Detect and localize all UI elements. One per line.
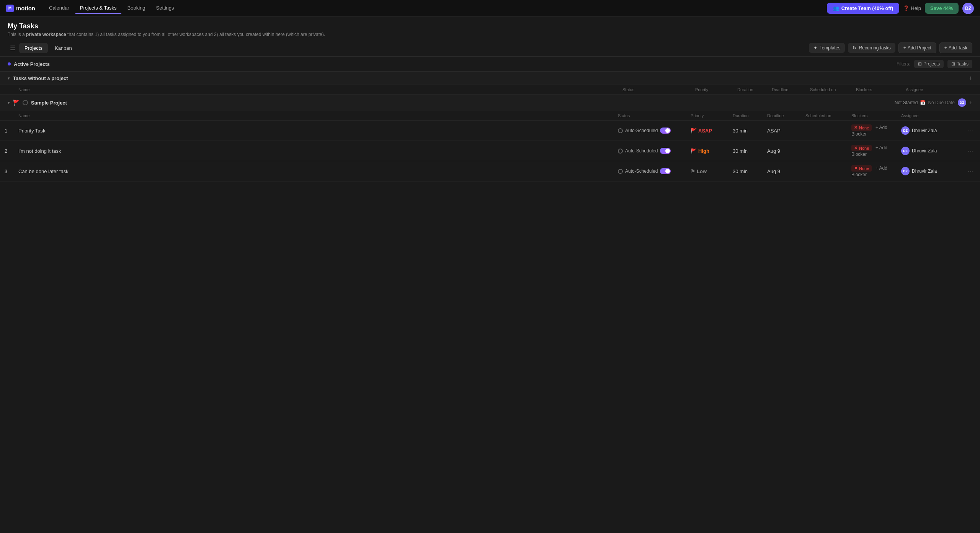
my-tasks-subtitle: This is a private workspace that contain… <box>8 32 972 37</box>
task-name[interactable]: Can be done later task <box>14 161 613 181</box>
task-assignee: DZ Dhruvir Zala <box>897 121 962 141</box>
table-row[interactable]: 2 I'm not doing it task Auto-Scheduled 🚩… <box>0 141 980 161</box>
task-more-cell: ⋯ <box>962 121 980 141</box>
filters-area: Filters: ⊞ Projects ⊞ Tasks <box>897 60 972 68</box>
filter-tasks-button[interactable]: ⊞ Tasks <box>947 60 972 68</box>
col-header-blockers: Blockers <box>851 85 901 95</box>
task-status[interactable]: Auto-Scheduled <box>613 161 686 181</box>
nav-item-calendar[interactable]: Calendar <box>44 3 74 14</box>
project-add-button[interactable]: + <box>969 100 972 106</box>
project-flag-icon: 🚩 <box>13 100 20 106</box>
nav-item-projects-tasks[interactable]: Projects & Tasks <box>75 3 121 14</box>
priority-flag-icon: ⚑ <box>691 168 695 174</box>
task-status[interactable]: Auto-Scheduled <box>613 141 686 161</box>
col-header-deadline: Deadline <box>767 85 805 95</box>
recurring-tasks-button[interactable]: ↻ Recurring tasks <box>848 43 895 53</box>
not-started-label: Not Started <box>895 100 918 105</box>
table-row[interactable]: 3 Can be done later task Auto-Scheduled … <box>0 161 980 181</box>
status-circle-icon <box>618 149 623 154</box>
priority-flag-icon: 🚩 <box>691 148 697 154</box>
filters-label: Filters: <box>897 61 910 67</box>
none-x-icon: ✕ <box>854 166 858 171</box>
filter-projects-label: Projects <box>923 61 940 67</box>
nav-item-booking[interactable]: Booking <box>123 3 150 14</box>
add-task-button[interactable]: + Add Task <box>939 43 972 53</box>
assignee-avatar: DZ <box>901 167 910 175</box>
calendar-icon: 📅 <box>920 100 926 105</box>
task-priority[interactable]: 🚩 ASAP <box>686 121 728 141</box>
sample-project-title: Sample Project <box>31 100 67 106</box>
logo[interactable]: M motion <box>6 5 35 12</box>
sidebar-toggle-button[interactable]: ☰ <box>8 43 18 53</box>
tab-projects[interactable]: Projects <box>19 43 48 53</box>
toolbar-left: ☰ Projects Kanban <box>8 43 77 53</box>
sp-col-header-blockers: Blockers <box>847 111 897 121</box>
task-status[interactable]: Auto-Scheduled <box>613 121 686 141</box>
status-toggle[interactable] <box>660 128 671 134</box>
tasks-without-project-group[interactable]: ▾ Tasks without a project + <box>0 72 980 85</box>
subtitle-em: private workspace <box>26 32 66 37</box>
help-button[interactable]: ❓ Help <box>903 5 921 11</box>
nav-item-settings[interactable]: Settings <box>152 3 179 14</box>
task-more-button[interactable]: ⋯ <box>966 126 975 135</box>
task-blockers[interactable]: ✕ None + Add Blocker <box>847 121 897 141</box>
plus-icon-2: + <box>944 45 947 51</box>
col-header-num <box>0 85 14 95</box>
task-name[interactable]: I'm not doing it task <box>14 141 613 161</box>
sp-col-header-name: Name <box>14 111 613 121</box>
sample-project-row[interactable]: ▾ 🚩 Sample Project Not Started 📅 No Due … <box>0 95 980 111</box>
toolbar: ☰ Projects Kanban ✦ Templates ↻ Recurrin… <box>0 39 980 57</box>
assignee-name: Dhruvir Zala <box>912 128 937 133</box>
filter-tasks-label: Tasks <box>957 61 969 67</box>
save-button[interactable]: Save 44% <box>925 3 959 14</box>
none-badge: ✕ None <box>851 165 872 172</box>
status-toggle[interactable] <box>660 168 671 174</box>
star-icon: ✦ <box>813 45 817 51</box>
logo-icon: M <box>6 5 14 12</box>
none-badge: ✕ None <box>851 145 872 151</box>
grid-icon: ⊞ <box>918 61 922 67</box>
main-content: ▾ Tasks without a project + Name Status … <box>0 72 980 189</box>
task-priority[interactable]: 🚩 High <box>686 141 728 161</box>
task-more-button[interactable]: ⋯ <box>966 147 975 155</box>
task-duration: 30 min <box>728 141 763 161</box>
task-duration: 30 min <box>728 121 763 141</box>
top-navigation: M motion Calendar Projects & Tasks Booki… <box>0 0 980 17</box>
tasks-without-project-title: Tasks without a project <box>13 75 68 81</box>
task-name[interactable]: Priority Task <box>14 121 613 141</box>
templates-button[interactable]: ✦ Templates <box>809 43 845 53</box>
recurring-icon: ↻ <box>853 45 856 51</box>
table-row[interactable]: 1 Priority Task Auto-Scheduled 🚩 ASAP 30… <box>0 121 980 141</box>
filter-projects-button[interactable]: ⊞ Projects <box>914 60 944 68</box>
help-label: Help <box>911 5 921 11</box>
task-more-button[interactable]: ⋯ <box>966 167 975 176</box>
priority-text: ASAP <box>698 128 712 134</box>
task-assignee: DZ Dhruvir Zala <box>897 161 962 181</box>
plus-icon: + <box>903 45 906 51</box>
sp-col-header-duration: Duration <box>728 111 763 121</box>
tab-kanban[interactable]: Kanban <box>49 43 77 53</box>
col-header-priority: Priority <box>691 85 733 95</box>
status-toggle[interactable] <box>660 148 671 154</box>
group-add-button[interactable]: + <box>969 75 972 82</box>
priority-flag-icon: 🚩 <box>691 128 697 134</box>
sample-project-chevron-icon: ▾ <box>8 100 10 105</box>
task-scheduled <box>801 161 847 181</box>
task-priority[interactable]: ⚑ Low <box>686 161 728 181</box>
none-badge: ✕ None <box>851 124 872 131</box>
sample-project-header-row: Name Status Priority Duration Deadline S… <box>0 111 980 121</box>
project-assignee-initials: DZ <box>960 101 964 105</box>
task-blockers[interactable]: ✕ None + Add Blocker <box>847 161 897 181</box>
avatar[interactable]: DZ <box>962 3 974 14</box>
assignee-name: Dhruvir Zala <box>912 148 937 154</box>
assignee-name: Dhruvir Zala <box>912 168 937 174</box>
task-duration: 30 min <box>728 161 763 181</box>
assignee-avatar: DZ <box>901 147 910 155</box>
sp-col-header-status: Status <box>613 111 686 121</box>
create-team-button[interactable]: 👥 Create Team (40% off) <box>827 3 900 14</box>
task-blockers[interactable]: ✕ None + Add Blocker <box>847 141 897 161</box>
col-header-scheduled: Scheduled on <box>805 85 851 95</box>
sp-col-header-assignee: Assignee <box>897 111 962 121</box>
add-project-button[interactable]: + Add Project <box>898 43 936 53</box>
grid-icon-2: ⊞ <box>951 61 955 67</box>
